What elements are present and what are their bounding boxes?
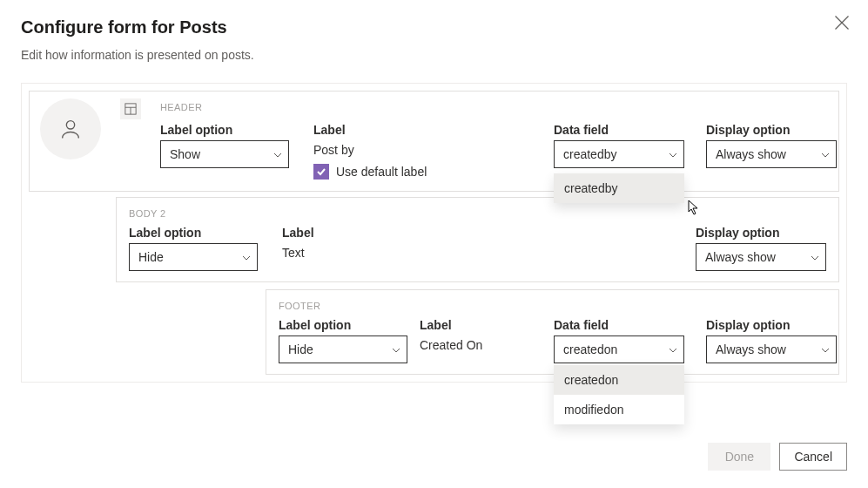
cursor-arrow-icon (688, 200, 700, 215)
footer-section-card: FOOTER Label option Hide Label Created O… (266, 289, 839, 375)
footer-label-label: Label (420, 318, 542, 332)
use-default-label-checkbox[interactable] (313, 164, 329, 180)
dialog-button-bar: Done Cancel (708, 443, 847, 471)
body2-displayoption-label: Display option (696, 226, 826, 240)
chevron-down-icon (668, 149, 678, 159)
use-default-label-text: Use default label (336, 165, 427, 179)
footer-datafield-option-modifiedon[interactable]: modifiedon (554, 395, 684, 424)
body2-label-value: Text (282, 246, 439, 260)
form-stage: HEADER Label option Show Label Post by (21, 83, 847, 383)
body2-displayoption-value: Always show (705, 250, 776, 264)
footer-displayoption-label: Display option (706, 318, 837, 332)
footer-labeloption-value: Hide (288, 342, 313, 356)
chevron-down-icon (820, 344, 831, 355)
body2-section-label: BODY 2 (129, 208, 826, 219)
body2-displayoption-select[interactable]: Always show (696, 243, 826, 271)
chevron-down-icon (668, 344, 678, 355)
footer-labeloption-label: Label option (279, 318, 407, 332)
body2-section-card: BODY 2 Label option Hide Label Text Disp… (116, 197, 839, 282)
header-datafield-flyout: createdby (554, 173, 684, 203)
header-datafield-select[interactable]: createdby (554, 140, 684, 168)
body2-labeloption-value: Hide (138, 250, 164, 264)
footer-labeloption-select[interactable]: Hide (279, 336, 407, 363)
footer-datafield-label: Data field (554, 318, 684, 332)
footer-datafield-select[interactable]: createdon (554, 336, 684, 363)
footer-datafield-option-createdon[interactable]: createdon (554, 365, 684, 395)
footer-datafield-value: createdon (563, 342, 617, 356)
header-datafield-option-createdby[interactable]: createdby (554, 173, 684, 203)
chevron-down-icon (241, 252, 252, 262)
chevron-down-icon (391, 344, 401, 355)
svg-point-2 (66, 121, 74, 129)
body2-label-label: Label (282, 226, 439, 240)
footer-section-label: FOOTER (279, 301, 826, 311)
body2-labeloption-label: Label option (129, 226, 258, 240)
body2-labeloption-select[interactable]: Hide (129, 243, 258, 271)
header-datafield-value: createdby (563, 147, 616, 161)
avatar-placeholder (40, 98, 101, 159)
header-labeloption-label: Label option (160, 123, 289, 137)
chevron-down-icon (820, 149, 831, 159)
cancel-button[interactable]: Cancel (779, 443, 847, 471)
header-labeloption-value: Show (170, 147, 200, 161)
header-label-value: Post by (313, 143, 470, 157)
card-layout-icon (120, 98, 141, 119)
header-displayoption-select[interactable]: Always show (706, 140, 837, 168)
footer-label-value: Created On (420, 338, 542, 352)
header-label-label: Label (313, 123, 470, 137)
header-displayoption-value: Always show (716, 147, 786, 161)
chevron-down-icon (810, 252, 820, 262)
header-displayoption-label: Display option (706, 123, 837, 137)
header-datafield-label: Data field (554, 123, 684, 137)
dialog-title: Configure form for Posts (21, 17, 847, 37)
done-button[interactable]: Done (708, 443, 770, 471)
chevron-down-icon (273, 149, 283, 159)
footer-displayoption-select[interactable]: Always show (706, 336, 837, 363)
footer-displayoption-value: Always show (716, 342, 786, 356)
close-icon[interactable] (833, 14, 851, 31)
dialog-subtitle: Edit how information is presented on pos… (21, 48, 847, 62)
footer-datafield-flyout: createdon modifiedon (554, 365, 684, 424)
header-section-card: HEADER Label option Show Label Post by (29, 91, 839, 192)
header-section-label: HEADER (160, 102, 828, 112)
header-labeloption-select[interactable]: Show (160, 140, 289, 168)
